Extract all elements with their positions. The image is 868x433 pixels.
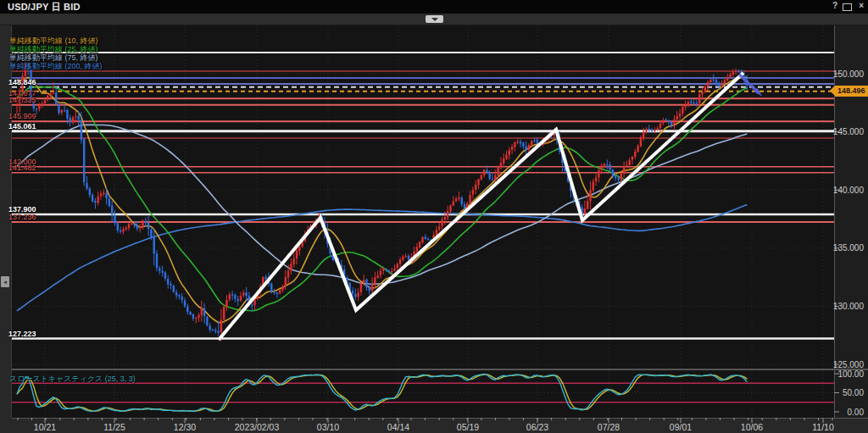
candle-body [477, 179, 479, 185]
candle-body [447, 211, 448, 217]
time-axis-label: 10/21 [34, 422, 56, 432]
candle-body [36, 108, 37, 109]
candle-body [483, 169, 485, 175]
candle-body [595, 178, 597, 182]
candle-body [61, 110, 63, 113]
candle-body [587, 201, 588, 208]
candle-body [83, 139, 85, 182]
candle-body [53, 92, 54, 93]
candle-body [634, 152, 636, 157]
candle-body [584, 208, 586, 214]
candle-body [147, 223, 149, 229]
candle-body [161, 271, 163, 273]
candle-body [726, 78, 728, 80]
candle-body [393, 269, 395, 271]
candle-body [184, 300, 186, 306]
candle-body [382, 269, 384, 270]
candle-body [75, 116, 76, 117]
candle-body [623, 166, 625, 173]
help-button[interactable]: ? [832, 1, 837, 10]
time-axis-label: 03/10 [317, 422, 339, 432]
candle-body [472, 190, 474, 194]
candle-body [220, 320, 222, 333]
candle-body [251, 305, 253, 306]
candle-body [606, 164, 608, 165]
candle-body [352, 291, 353, 294]
candle-body [402, 257, 403, 260]
candle-body [120, 230, 121, 231]
candle-body [620, 173, 622, 180]
candle-body [139, 227, 141, 228]
candle-body [170, 284, 171, 286]
time-axis-label: 05/19 [457, 422, 479, 432]
maximize-icon[interactable] [843, 3, 852, 11]
candle-body [298, 247, 300, 250]
candle-body [38, 105, 40, 109]
candle-body [593, 182, 594, 191]
candle-body [195, 318, 197, 319]
candle-body [391, 271, 392, 272]
candle-body [704, 86, 706, 92]
candle-body [436, 230, 437, 235]
candle-body [133, 224, 135, 225]
candle-body [237, 299, 239, 301]
panel-collapse-button[interactable]: ◂ [1, 276, 9, 287]
time-axis-label: 04/14 [387, 422, 409, 432]
candle-body [164, 272, 166, 278]
candle-body [528, 145, 530, 150]
candle-body [273, 291, 275, 292]
candle-body [685, 105, 687, 108]
candle-body [77, 116, 79, 120]
toolbar-collapse-button[interactable] [426, 15, 443, 23]
candle-body [150, 230, 152, 238]
candle-body [19, 92, 20, 105]
candle-body [615, 175, 616, 178]
candle-body [279, 290, 281, 293]
candle-body [178, 295, 180, 297]
candle-body [399, 259, 401, 264]
stoch-axis-label: 100.00 [837, 369, 864, 379]
candle-body [189, 312, 191, 314]
candle-body [525, 147, 526, 151]
candle-body [122, 229, 124, 231]
title-bar[interactable]: USD/JPY 日 BID ? × [0, 0, 868, 14]
candle-body [225, 300, 227, 307]
candle-body [86, 183, 87, 189]
candle-body [676, 116, 678, 119]
candle-body [514, 142, 515, 147]
time-axis-label: 10/06 [741, 422, 763, 432]
candle-body [125, 228, 127, 230]
candle-body [497, 167, 498, 175]
candle-body [679, 114, 681, 116]
candle-body [70, 118, 71, 122]
candle-body [453, 202, 454, 206]
candle-body [142, 220, 143, 227]
candle-body [408, 256, 409, 259]
candle-body [105, 193, 107, 198]
candle-body [421, 237, 423, 242]
candle-body [30, 69, 31, 101]
candle-body [690, 102, 692, 103]
candle-body [371, 284, 373, 291]
candle-body [732, 72, 734, 75]
stoch-axis-label: 50.00 [843, 388, 864, 397]
candle-body [49, 93, 51, 96]
candle-body [231, 294, 233, 295]
candle-body [511, 147, 513, 150]
candle-body [212, 330, 214, 330]
candle-body [131, 224, 132, 225]
time-axis-label: 2023/02/03 [235, 422, 280, 432]
candle-body [444, 217, 446, 219]
candle-body [405, 256, 407, 257]
candle-body [276, 292, 278, 294]
candle-body [601, 165, 603, 169]
candle-body [103, 192, 104, 194]
close-button[interactable]: × [859, 1, 864, 10]
candle-body [173, 286, 175, 292]
candle-body [240, 296, 242, 300]
candle-body [181, 297, 183, 300]
candle-body [209, 325, 211, 330]
candle-body [97, 197, 99, 203]
price-chart-canvas[interactable]: 150.000145.000140.000135.000130.000125.0… [0, 0, 868, 433]
candle-body [92, 195, 93, 202]
